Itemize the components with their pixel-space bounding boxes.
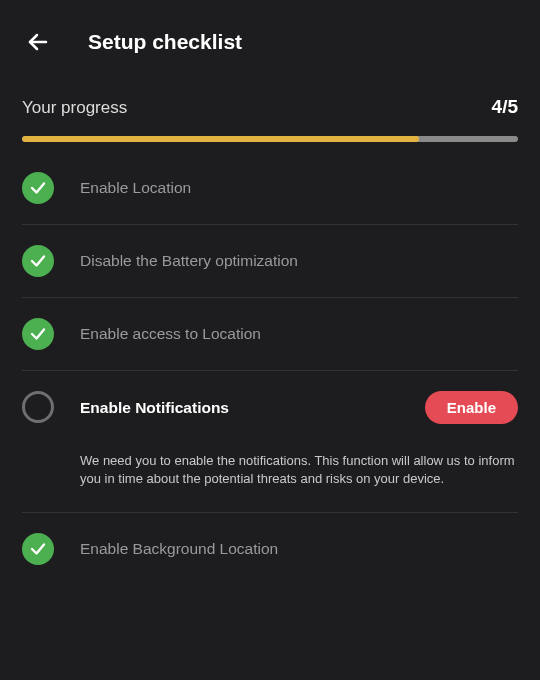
item-description: We need you to enable the notifications.… (80, 452, 518, 492)
item-label: Enable access to Location (80, 325, 261, 343)
checklist-item-location-access[interactable]: Enable access to Location (22, 298, 518, 371)
check-icon (22, 172, 54, 204)
check-icon (22, 318, 54, 350)
circle-icon (22, 391, 54, 423)
check-icon (22, 245, 54, 277)
enable-button[interactable]: Enable (425, 391, 518, 424)
progress-label: Your progress (22, 98, 127, 118)
item-label: Enable Background Location (80, 540, 278, 558)
page-title: Setup checklist (88, 30, 242, 54)
progress-bar (22, 136, 518, 142)
checklist: Enable Location Disable the Battery opti… (0, 142, 540, 585)
checklist-item-notifications: Enable Notifications Enable We need you … (22, 371, 518, 513)
progress-section: Your progress 4/5 (0, 76, 540, 142)
check-icon (22, 533, 54, 565)
checklist-item-location[interactable]: Enable Location (22, 152, 518, 225)
back-button[interactable] (24, 28, 52, 56)
progress-count: 4/5 (492, 96, 518, 118)
item-label: Enable Location (80, 179, 191, 197)
back-arrow-icon (26, 30, 50, 54)
checklist-item-bg-location[interactable]: Enable Background Location (22, 513, 518, 585)
checklist-item-battery-opt[interactable]: Disable the Battery optimization (22, 225, 518, 298)
header: Setup checklist (0, 0, 540, 76)
item-label: Enable Notifications (80, 399, 229, 417)
item-label: Disable the Battery optimization (80, 252, 298, 270)
progress-fill (22, 136, 419, 142)
